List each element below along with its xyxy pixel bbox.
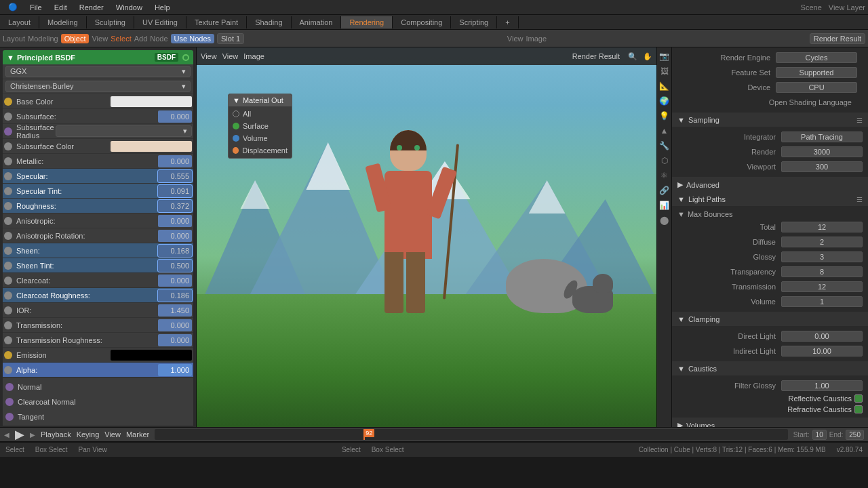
clearcoat-roughness-slider[interactable]: 0.186 <box>158 289 192 302</box>
viewport-samples-value[interactable]: 300 <box>781 161 863 172</box>
base-color-swatch[interactable] <box>111 96 192 107</box>
menu-edit[interactable]: Edit <box>49 2 73 13</box>
advanced-header[interactable]: ▶ Advanced <box>672 178 868 192</box>
toolbar-add-btn[interactable]: Add <box>134 35 148 43</box>
clamping-header[interactable]: ▼ Clamping <box>672 312 868 326</box>
transmission-dot[interactable] <box>4 321 12 329</box>
timeline-play-btn[interactable]: ▶ <box>15 427 24 442</box>
transmission-roughness-slider[interactable]: 0.000 <box>158 334 192 346</box>
scene-icon[interactable]: 🌍 <box>658 95 671 107</box>
render-icon[interactable]: 📷 <box>658 50 671 62</box>
subsurface-radius-dropdown[interactable]: ▾ <box>56 125 192 137</box>
feature-set-value[interactable]: Supported <box>776 67 857 78</box>
toolbar-object-btn[interactable]: Object <box>61 34 90 43</box>
menu-file[interactable]: File <box>24 2 47 13</box>
timeline-marker[interactable]: Marker <box>126 430 149 439</box>
alpha-dot[interactable] <box>4 366 12 374</box>
object-icon[interactable]: ▲ <box>658 125 671 137</box>
tab-uv-editing[interactable]: UV Editing <box>134 16 186 28</box>
menu-window[interactable]: Window <box>111 2 148 13</box>
tangent-dot[interactable] <box>5 413 14 421</box>
roughness-slider[interactable]: 0.372 <box>158 200 192 212</box>
sampling-options-icon[interactable]: ☰ <box>856 117 863 124</box>
status-select[interactable]: Select <box>5 446 24 453</box>
transparency-bounces-value[interactable]: 8 <box>781 266 863 277</box>
clearcoat-roughness-dot[interactable] <box>4 291 12 300</box>
glossy-bounces-value[interactable]: 3 <box>781 251 863 262</box>
tab-shading[interactable]: Shading <box>247 16 291 28</box>
anisotropic-rotation-dot[interactable] <box>4 232 12 240</box>
sheen-tint-dot[interactable] <box>4 262 12 270</box>
use-nodes-btn[interactable]: Use Nodes <box>171 34 214 43</box>
filter-glossy-value[interactable]: 1.00 <box>781 380 863 391</box>
menu-render[interactable]: Render <box>74 2 109 13</box>
base-color-dot[interactable] <box>4 98 12 106</box>
viewport-hand-icon[interactable]: ✋ <box>643 52 652 61</box>
material-surface[interactable]: Surface <box>229 120 292 132</box>
viewport-zoom-icon[interactable]: 🔍 <box>628 52 637 61</box>
subsurface-color-swatch[interactable] <box>111 141 192 152</box>
tab-layout[interactable]: Layout <box>0 16 39 28</box>
end-frame-value[interactable]: 250 <box>846 430 864 440</box>
sampling-header[interactable]: ▼ Sampling ☰ <box>672 113 868 127</box>
toolbar-view-btn[interactable]: View <box>92 35 108 43</box>
light-paths-options-icon[interactable]: ☰ <box>856 196 863 203</box>
status-select2[interactable]: Select <box>342 446 361 453</box>
timeline-playback[interactable]: Playback <box>41 430 71 439</box>
status-box-select[interactable]: Box Select <box>35 446 68 453</box>
transmission-roughness-dot[interactable] <box>4 336 12 344</box>
specular-dot[interactable] <box>4 172 12 180</box>
timeline-keying[interactable]: Keying <box>77 430 100 439</box>
toolbar-select-btn[interactable]: Select <box>111 35 132 43</box>
particles-icon[interactable]: ⬡ <box>658 155 671 167</box>
caustics-header[interactable]: ▼ Caustics <box>672 362 868 375</box>
constraints-icon[interactable]: 🔗 <box>658 184 671 197</box>
tab-modeling[interactable]: Modeling <box>39 16 87 28</box>
tab-sculpting[interactable]: Sculpting <box>87 16 134 28</box>
subsurface-radius-dot[interactable] <box>4 127 12 136</box>
toolbar-view2[interactable]: View <box>507 35 524 43</box>
modifier-icon[interactable]: 🔧 <box>658 140 671 152</box>
material-volume[interactable]: Volume <box>229 132 292 144</box>
clearcoat-normal-dot[interactable] <box>5 398 14 406</box>
indirect-light-value[interactable]: 10.00 <box>781 346 863 357</box>
render-samples-value[interactable]: 3000 <box>781 146 863 157</box>
ior-slider[interactable]: 1.450 <box>158 304 192 317</box>
menu-help[interactable]: Help <box>149 2 176 13</box>
total-bounces-value[interactable]: 12 <box>781 222 863 232</box>
diffuse-bounces-value[interactable]: 2 <box>781 237 863 247</box>
toolbar-node-btn[interactable]: Node <box>150 35 167 43</box>
bsdf-output-connector[interactable] <box>182 54 189 61</box>
sheen-slider[interactable]: 0.168 <box>158 245 192 257</box>
material-displacement[interactable]: Displacement <box>229 144 292 157</box>
tab-compositing[interactable]: Compositing <box>393 16 451 28</box>
distribution-dropdown[interactable]: GGX▾ <box>5 66 191 77</box>
integrator-value[interactable]: Path Tracing <box>781 131 863 142</box>
toolbar-image-btn[interactable]: Image <box>526 35 547 43</box>
timeline-ruler[interactable]: 92 <box>155 429 788 440</box>
normal-dot[interactable] <box>5 383 14 391</box>
device-value[interactable]: CPU <box>776 82 857 93</box>
tab-texture-paint[interactable]: Texture Paint <box>186 16 247 28</box>
view-layer-icon[interactable]: 📐 <box>658 80 671 92</box>
transmission-bounces-value[interactable]: 12 <box>781 281 863 292</box>
data-icon[interactable]: 📊 <box>658 199 671 211</box>
volumes-header[interactable]: ▶ Volumes <box>672 418 868 427</box>
bsdf-collapse-icon[interactable]: ▼ <box>7 54 14 62</box>
clearcoat-dot[interactable] <box>4 277 12 285</box>
alpha-slider[interactable]: 1.000 <box>158 364 192 376</box>
slot-select[interactable]: Slot 1 <box>217 33 244 44</box>
viewport-image-btn[interactable]: Image <box>243 52 264 60</box>
clearcoat-slider[interactable]: 0.000 <box>158 274 192 287</box>
physics-icon[interactable]: ⚛ <box>658 169 671 182</box>
reflective-caustics-checkbox[interactable] <box>854 394 863 403</box>
subsurface-dot[interactable] <box>4 113 12 121</box>
tab-animation[interactable]: Animation <box>292 16 342 28</box>
start-frame-value[interactable]: 10 <box>812 430 827 440</box>
output-icon[interactable]: 🖼 <box>658 65 671 77</box>
subsurface-method-dropdown[interactable]: Christensen-Burley▾ <box>5 81 191 92</box>
emission-swatch[interactable] <box>111 350 192 361</box>
light-paths-header[interactable]: ▼ Light Paths ☰ <box>672 192 868 206</box>
render-result-btn[interactable]: Render Result <box>810 33 865 44</box>
roughness-dot[interactable] <box>4 202 12 210</box>
